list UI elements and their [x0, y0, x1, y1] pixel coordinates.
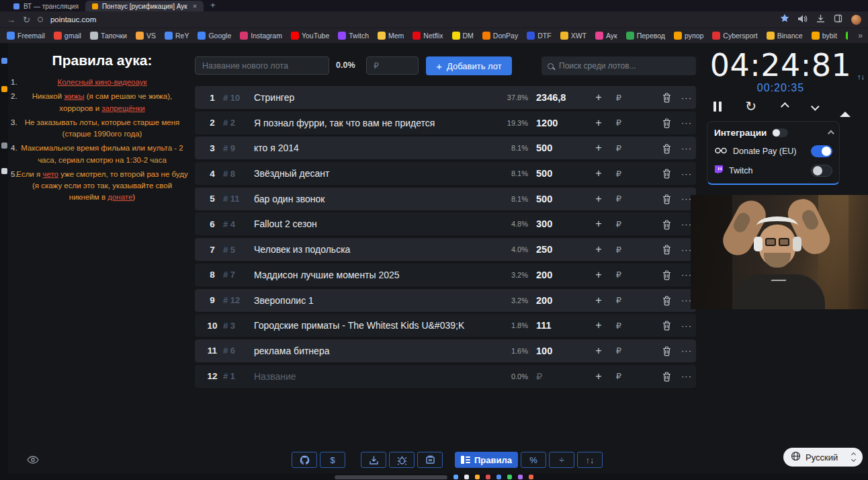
- integration-toggle[interactable]: [811, 145, 832, 157]
- delete-lot-button[interactable]: [656, 270, 677, 280]
- new-tab-button[interactable]: +: [210, 0, 216, 11]
- favorites-icon[interactable]: [1, 86, 7, 92]
- bookmark-item[interactable]: DonPay: [482, 32, 518, 40]
- bookmarks-overflow-icon[interactable]: »: [858, 31, 863, 40]
- add-amount-button[interactable]: +: [589, 194, 609, 204]
- new-lot-name-input[interactable]: [195, 56, 329, 75]
- lot-name-input[interactable]: Зверополис 1: [254, 295, 501, 306]
- delete-lot-button[interactable]: [656, 118, 677, 128]
- integration-toggle[interactable]: [811, 165, 832, 177]
- bookmark-item[interactable]: Twitch: [338, 32, 369, 40]
- currency-button[interactable]: ₽: [609, 169, 629, 178]
- taskbar-app-icon[interactable]: [475, 475, 480, 479]
- services-icon[interactable]: [1, 58, 7, 64]
- currency-button[interactable]: ₽: [609, 296, 629, 305]
- rule-link[interactable]: жижы: [64, 92, 84, 100]
- site-info-icon[interactable]: [38, 17, 43, 22]
- timer-decrease-button[interactable]: [811, 102, 820, 111]
- bookmark-item[interactable]: DM: [452, 32, 474, 40]
- lot-amount-input[interactable]: 200: [536, 295, 589, 306]
- rules-button[interactable]: Правила: [455, 452, 518, 468]
- lot-amount-input[interactable]: 2346,8: [536, 92, 589, 103]
- lot-menu-button[interactable]: ···: [677, 144, 696, 153]
- donations-button[interactable]: $: [320, 452, 345, 468]
- lot-amount-input[interactable]: 500: [536, 194, 589, 204]
- lot-name-input[interactable]: Мэддисон лучшие моменты 2025: [254, 270, 501, 280]
- delete-lot-button[interactable]: [656, 168, 677, 179]
- bookmark-item[interactable]: Cybersport: [712, 32, 757, 40]
- url-text[interactable]: pointauc.com: [50, 15, 96, 24]
- integrations-master-toggle[interactable]: [772, 128, 788, 137]
- sort-button[interactable]: ↑↓: [577, 452, 603, 468]
- delete-lot-button[interactable]: [656, 320, 677, 331]
- clear-lots-button[interactable]: [417, 452, 443, 468]
- lot-search[interactable]: [541, 56, 696, 75]
- currency-button[interactable]: ₽: [609, 321, 629, 330]
- lot-amount-input[interactable]: 250: [536, 244, 589, 255]
- lot-name-input[interactable]: кто я 2014: [254, 143, 501, 153]
- bookmark-item[interactable]: Netflix: [413, 32, 443, 40]
- lot-amount-input[interactable]: 111: [536, 320, 589, 331]
- lot-search-input[interactable]: [559, 61, 690, 71]
- taskbar-app-icon[interactable]: [529, 475, 533, 479]
- bookmark-item[interactable]: VS: [136, 32, 156, 40]
- bookmark-item[interactable]: YouTube: [291, 32, 329, 40]
- delete-lot-button[interactable]: [656, 194, 677, 204]
- timer-direction-icon[interactable]: ↑↓: [857, 73, 865, 81]
- add-lot-button[interactable]: + Добавить лот: [426, 56, 512, 75]
- add-amount-button[interactable]: +: [589, 143, 609, 153]
- lot-menu-button[interactable]: ···: [677, 118, 696, 127]
- delete-lot-button[interactable]: [656, 244, 677, 255]
- lot-name-input[interactable]: Городские приматы - The Whitest Kids U&#…: [254, 320, 501, 331]
- currency-button[interactable]: ₽: [609, 194, 629, 203]
- tab-close-icon[interactable]: ×: [193, 2, 197, 10]
- taskbar-app-icon[interactable]: [518, 475, 523, 479]
- add-amount-button[interactable]: +: [589, 346, 609, 356]
- save-button[interactable]: [361, 452, 386, 468]
- percent-mode-button[interactable]: %: [521, 452, 546, 468]
- bookmark-item[interactable]: XWT: [560, 32, 587, 40]
- lot-amount-input[interactable]: 300: [536, 218, 589, 229]
- pause-button[interactable]: [713, 102, 722, 112]
- currency-button[interactable]: ₽: [609, 144, 629, 153]
- lot-name-input[interactable]: Человек из подольска: [254, 244, 501, 255]
- lot-menu-button[interactable]: ···: [677, 169, 696, 178]
- visibility-eye-icon[interactable]: [27, 454, 39, 467]
- eject-button[interactable]: [840, 100, 851, 112]
- lot-menu-button[interactable]: ···: [677, 346, 696, 355]
- lot-amount-input[interactable]: ₽: [536, 371, 589, 382]
- lot-name-input[interactable]: Стрингер: [254, 92, 501, 103]
- currency-button[interactable]: ₽: [609, 372, 629, 381]
- notes-icon[interactable]: [1, 168, 7, 174]
- bookmark-item[interactable]: Google: [198, 32, 231, 40]
- rule-link[interactable]: чето: [42, 170, 58, 178]
- lot-amount-input[interactable]: 500: [536, 143, 589, 153]
- new-lot-amount-input[interactable]: [366, 56, 419, 75]
- delete-lot-button[interactable]: [656, 370, 677, 381]
- currency-button[interactable]: ₽: [609, 118, 629, 127]
- bookmark-item[interactable]: ReY: [165, 32, 189, 40]
- currency-button[interactable]: ₽: [609, 220, 629, 229]
- add-amount-button[interactable]: +: [589, 244, 609, 255]
- browser-tab-2[interactable]: Понтаус [русификация] Аук ×: [85, 1, 204, 11]
- add-amount-button[interactable]: +: [589, 92, 609, 103]
- download-icon[interactable]: [816, 13, 825, 26]
- currency-button[interactable]: ₽: [609, 270, 629, 279]
- rule-link[interactable]: запрещёнки: [101, 104, 144, 112]
- lot-menu-button[interactable]: ···: [677, 93, 696, 102]
- lot-name-input[interactable]: Звёздный десант: [254, 168, 501, 179]
- edit-icon[interactable]: [1, 143, 7, 149]
- lot-menu-button[interactable]: ···: [677, 321, 696, 330]
- browser-tab-1[interactable]: ВТ — трансляция: [7, 1, 85, 11]
- bookmark-item[interactable]: Перевод: [626, 32, 665, 40]
- divide-button[interactable]: ÷: [549, 452, 574, 468]
- bookmark-item[interactable]: Binance: [767, 32, 803, 40]
- bookmark-item[interactable]: gmail: [54, 32, 81, 40]
- volume-icon[interactable]: [798, 13, 808, 26]
- add-amount-button[interactable]: +: [589, 218, 609, 229]
- delete-lot-button[interactable]: [656, 294, 677, 305]
- add-amount-button[interactable]: +: [589, 371, 609, 382]
- bookmark-item[interactable]: Kick: [846, 32, 848, 40]
- currency-button[interactable]: ₽: [609, 93, 629, 102]
- lot-name-input[interactable]: Я познал фурри, так что вам не придется: [254, 118, 501, 128]
